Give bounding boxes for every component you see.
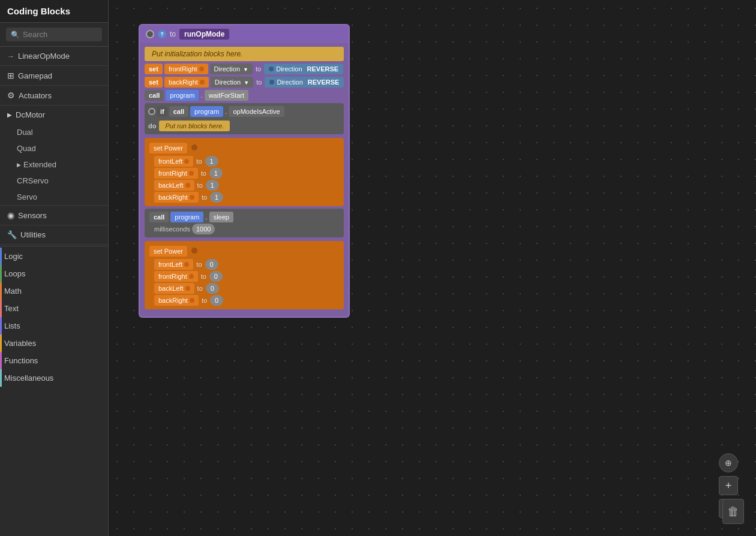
sidebar-item-dcmotor[interactable]: ▶ DcMotor <box>0 106 108 124</box>
set-backright-row: set backRight Direction ▼ to Direction R… <box>145 77 344 88</box>
sidebar-item-linearopmode[interactable]: → LinearOpMode <box>0 47 108 65</box>
triangle-icon: ▶ <box>7 112 12 118</box>
frontright-block-2[interactable]: frontRight <box>154 271 198 282</box>
val-0a: 0 <box>205 259 218 270</box>
canvas[interactable]: ? to runOpMode Put initialization blocks… <box>109 0 756 536</box>
set-label-2: set <box>145 77 163 88</box>
to-label-5: to <box>196 182 204 189</box>
op-mode-block[interactable]: ? to runOpMode Put initialization blocks… <box>139 24 350 318</box>
backleft-block-1[interactable]: backLeft <box>154 180 194 191</box>
set-label-1: set <box>145 64 163 74</box>
arrow-icon: → <box>7 52 14 61</box>
set-power-label-2: set Power <box>149 246 187 257</box>
set-power-group-1: set Power frontLeft to 1 frontRight <box>145 138 344 206</box>
direction-block-1: Direction ▼ <box>210 64 253 74</box>
set-frontright-row: set frontRight Direction ▼ to Direction … <box>145 64 344 74</box>
program-label-1: program <box>166 90 199 101</box>
sleep-block: call program . sleep milliseconds 1000 <box>145 209 344 237</box>
if-row: if call program . opModeIsActive <box>145 104 344 119</box>
search-icon: 🔍 <box>11 31 20 39</box>
direction-block-2: Direction ▼ <box>211 77 253 88</box>
sidebar-item-quad[interactable]: Quad <box>0 140 108 156</box>
frontright-dot <box>199 67 204 71</box>
sensor-icon: ◉ <box>7 210 14 220</box>
to-label-9: to <box>196 285 204 292</box>
wait-for-start: waitForStart <box>205 90 248 101</box>
direction-dot-2 <box>269 80 274 85</box>
wrench-icon: 🔧 <box>7 230 17 239</box>
init-placeholder: Put initialization blocks here. <box>145 47 344 61</box>
op-mode-header: ? to runOpMode <box>140 25 349 43</box>
sidebar-item-servo[interactable]: Servo <box>0 189 108 205</box>
to-label-6: to <box>200 194 208 201</box>
sidebar-item-utilities[interactable]: 🔧 Utilities <box>0 225 108 244</box>
divider <box>0 246 108 246</box>
gear-icon: ⚙ <box>7 91 15 100</box>
set-power-label-1: set Power <box>149 143 187 153</box>
sidebar-item-lists[interactable]: Lists <box>0 317 108 335</box>
val-1d: 1 <box>210 192 223 203</box>
sidebar-item-label: Gamepad <box>18 71 52 80</box>
ms-value: 1000 <box>192 224 215 234</box>
to-label-2: to <box>255 79 263 86</box>
to-label-10: to <box>200 297 208 304</box>
sidebar-item-text[interactable]: Text <box>0 300 108 317</box>
dot-3: . <box>205 213 207 221</box>
block-gear-icon <box>146 30 154 38</box>
milliseconds-label: milliseconds <box>154 225 190 233</box>
gamepad-icon: ⊞ <box>7 71 14 80</box>
zoom-in-button[interactable]: + <box>719 476 738 495</box>
backright-text: backRight <box>169 79 198 86</box>
run-op-mode-label: runOpMode <box>179 29 229 40</box>
backright-block[interactable]: backRight <box>164 77 209 88</box>
sidebar-item-gamepad[interactable]: ⊞ Gamepad <box>0 66 108 85</box>
to-label-7: to <box>195 261 203 268</box>
triangle-small-icon: ▶ <box>17 162 21 168</box>
sidebar-item-label: Utilities <box>20 230 46 239</box>
sidebar-item-math[interactable]: Math <box>0 282 108 300</box>
sidebar-item-functions[interactable]: Functions <box>0 352 108 369</box>
variables-label: Variables <box>4 339 36 348</box>
sidebar-item-extended[interactable]: ▶ Extended <box>0 156 108 173</box>
help-dot: ? <box>158 30 166 38</box>
call-label-1: call <box>145 90 164 101</box>
dot-2: . <box>225 107 227 116</box>
frontleft-block-1[interactable]: frontLeft <box>154 156 193 167</box>
sidebar-item-crservo[interactable]: CRServo <box>0 173 108 189</box>
sidebar-item-sensors[interactable]: ◉ Sensors <box>0 206 108 225</box>
backright-block-2[interactable]: backRight <box>154 295 199 306</box>
functions-label: Functions <box>4 356 38 365</box>
search-input[interactable] <box>23 30 97 39</box>
power-dot-1 <box>191 144 197 150</box>
sidebar: Coding Blocks 🔍 → LinearOpMode ⊞ Gamepad… <box>0 0 109 536</box>
text-label: Text <box>4 304 19 313</box>
backright-block-1[interactable]: backRight <box>154 192 199 203</box>
loops-label: Loops <box>4 269 25 278</box>
program-sleep-label: program <box>170 212 203 222</box>
sidebar-item-actuators[interactable]: ⚙ Actuators <box>0 86 108 105</box>
val-1c: 1 <box>206 180 219 191</box>
sidebar-item-miscellaneous[interactable]: Miscellaneous <box>0 369 108 387</box>
op-mode-active: opModeIsActive <box>229 106 284 117</box>
section-linearopmode: → LinearOpMode <box>0 47 108 66</box>
frontright-block[interactable]: frontRight <box>164 64 208 74</box>
search-container: 🔍 <box>0 23 108 47</box>
sidebar-item-dual[interactable]: Dual <box>0 124 108 140</box>
trash-button[interactable]: 🗑 <box>722 499 744 524</box>
direction-dot-1 <box>269 67 274 71</box>
power-dot-2 <box>191 248 197 254</box>
sidebar-item-loops[interactable]: Loops <box>0 265 108 282</box>
lists-label: Lists <box>4 321 20 330</box>
set-power-group-2: set Power frontLeft to 0 frontRight <box>145 241 344 309</box>
center-button[interactable]: ⊕ <box>719 453 738 472</box>
sidebar-item-logic[interactable]: Logic <box>0 248 108 265</box>
trash-icon: 🗑 <box>727 505 739 519</box>
search-wrapper: 🔍 <box>6 28 102 41</box>
backleft-block-2[interactable]: backLeft <box>154 283 194 294</box>
val-0b: 0 <box>209 271 223 282</box>
frontright-block-1[interactable]: frontRight <box>154 168 198 179</box>
frontleft-block-2[interactable]: frontLeft <box>154 259 193 270</box>
frontleft-row-2: frontLeft to 0 <box>154 259 339 270</box>
to-label-3: to <box>195 158 203 165</box>
sidebar-item-variables[interactable]: Variables <box>0 335 108 352</box>
